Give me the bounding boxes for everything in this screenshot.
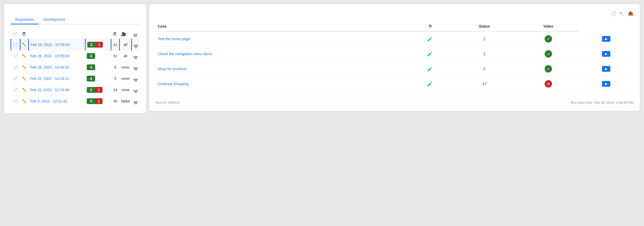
result-badge: 4	[85, 50, 111, 62]
run-tag: none	[120, 84, 131, 96]
case-name[interactable]: Check the navigation menu items	[156, 47, 409, 61]
case-name[interactable]: Continue shopping	[156, 76, 409, 91]
status-fail-icon: ✕	[545, 80, 552, 88]
flask-icon: 🧪	[409, 47, 451, 61]
result-badge: 4	[85, 73, 111, 84]
filter-icon[interactable]	[131, 50, 140, 62]
result-badge: 4	[85, 62, 111, 73]
flask-icon: 🧪	[409, 61, 451, 76]
run-count: 6	[111, 62, 120, 73]
col-clock: ⏱	[111, 29, 120, 39]
terminal-icon[interactable]: >_	[620, 11, 625, 16]
case-time: 17	[451, 76, 518, 91]
results-panel: 📄 >_ 📥 Case ⏱ Status Video Test the home…	[149, 4, 640, 111]
edit-icon[interactable]: ✏️	[20, 39, 29, 50]
video-header-icon: 🎥	[121, 32, 126, 36]
run-date[interactable]: Feb 28, 2022 · 15:58:00	[29, 39, 85, 50]
case-name[interactable]: Test the home page	[156, 31, 409, 47]
filter-icon[interactable]	[131, 62, 140, 73]
status-pass-icon: ✓	[545, 65, 552, 73]
clock-header-icon: ⏱	[113, 32, 117, 36]
run-start-time-text: Run start time: Feb 28, 2022, 3:58:00 PM	[571, 101, 633, 105]
col-run-start-time	[29, 29, 85, 39]
video-button[interactable]: ▶	[579, 61, 633, 76]
run-tag: failed	[120, 96, 131, 107]
filter-header-icon[interactable]	[133, 34, 138, 37]
result-badge: 31	[85, 84, 111, 96]
table-row[interactable]: 📄 ✏️ Feb 22, 2022 · 12:19:08 31 14 none	[11, 84, 140, 96]
tab-regression[interactable]: Regression	[11, 15, 39, 24]
results-table-row: Shop for products 🧪 5 ✓ ▶	[156, 61, 633, 76]
col-video: Video	[518, 22, 579, 31]
case-status: ✕	[518, 76, 579, 91]
edit-icon[interactable]: ✏️	[20, 73, 29, 84]
doc-icon[interactable]: 📄	[11, 84, 20, 96]
run-count: 41	[111, 39, 120, 50]
video-button[interactable]: ▶	[579, 31, 633, 47]
run-tag: none	[120, 62, 131, 73]
run-date[interactable]: Feb 9, 2022 · 12:31:41	[29, 96, 85, 107]
table-row[interactable]: 📄 ✏️ Feb 22, 2022 · 14:23:21 4 5 none	[11, 73, 140, 84]
results-table-row: Check the navigation menu items 🧪 2 ✓ ▶	[156, 47, 633, 61]
run-date[interactable]: Feb 28, 2022 · 15:46:52	[29, 62, 85, 73]
edit-icon[interactable]: ✏️	[20, 62, 29, 73]
col-edit: ⏱	[20, 29, 29, 39]
col-status: Status	[451, 22, 518, 31]
results-header-icons: 📄 >_ 📥	[611, 11, 633, 16]
run-date[interactable]: Feb 22, 2022 · 14:23:21	[29, 73, 85, 84]
results-header: 📄 >_ 📥	[156, 11, 633, 16]
flask-icon: 🧪	[409, 31, 451, 47]
download-icon[interactable]: 📥	[628, 11, 633, 16]
status-pass-icon: ✓	[545, 35, 552, 43]
case-status: ✓	[518, 31, 579, 47]
results-table-row: Test the home page 🧪 2 ✓ ▶	[156, 31, 633, 47]
doc-icon[interactable]: 📄	[11, 39, 20, 50]
doc-icon[interactable]: 📄	[11, 50, 20, 62]
case-time: 2	[451, 47, 518, 61]
clock-col-icon: ⏱	[428, 24, 432, 28]
run-count: 36	[111, 96, 120, 107]
run-count: 31	[111, 50, 120, 62]
results-table: Case ⏱ Status Video Test the home page 🧪…	[156, 22, 633, 91]
doc-icon[interactable]: 📄	[11, 62, 20, 73]
col-filter	[131, 29, 140, 39]
col-doc: 📄	[11, 29, 20, 39]
case-time: 5	[451, 61, 518, 76]
table-row[interactable]: 📄 ✏️ Feb 9, 2022 · 12:31:41 31 36 failed	[11, 96, 140, 107]
col-video: 🎥	[120, 29, 131, 39]
doc-icon[interactable]: 📄	[11, 96, 20, 107]
table-row[interactable]: 📄 ✏️ Feb 28, 2022 · 15:46:52 4 6 none	[11, 62, 140, 73]
tab-development[interactable]: Development	[39, 15, 70, 24]
filter-icon[interactable]	[131, 96, 140, 107]
filter-icon[interactable]	[131, 39, 140, 50]
doc-icon[interactable]: 📄	[11, 73, 20, 84]
file-icon[interactable]: 📄	[611, 11, 616, 16]
video-button[interactable]: ▶	[579, 47, 633, 61]
case-time: 2	[451, 31, 518, 47]
case-status: ✓	[518, 47, 579, 61]
result-badge: 31	[85, 96, 111, 107]
suite-runs-tabs: Regression Development	[11, 15, 140, 24]
edit-icon[interactable]: ✏️	[20, 84, 29, 96]
edit-icon[interactable]: ✏️	[20, 96, 29, 107]
run-count: 14	[111, 84, 120, 96]
suite-runs-panel: Regression Development 📄 ⏱ ⏱ 🎥	[4, 4, 146, 113]
table-row[interactable]: 📄 ✏️ Feb 28, 2022 · 15:55:23 4 31 all	[11, 50, 140, 62]
run-count: 5	[111, 73, 120, 84]
col-case: Case	[156, 22, 409, 31]
filter-icon[interactable]	[131, 73, 140, 84]
case-name[interactable]: Shop for products	[156, 61, 409, 76]
table-row[interactable]: 📄 ✏️ Feb 28, 2022 · 15:58:00 31 41 all	[11, 39, 140, 50]
run-tag: none	[120, 73, 131, 84]
video-button[interactable]: ▶	[579, 76, 633, 91]
result-badge: 31	[85, 39, 111, 50]
filter-icon[interactable]	[131, 84, 140, 96]
status-pass-icon: ✓	[545, 50, 552, 58]
col-results	[85, 29, 111, 39]
doc-header-icon: 📄	[13, 32, 18, 36]
run-date[interactable]: Feb 22, 2022 · 12:19:08	[29, 84, 85, 96]
edit-icon[interactable]: ✏️	[20, 50, 29, 62]
run-date[interactable]: Feb 28, 2022 · 15:55:23	[29, 50, 85, 62]
run-tag: all	[120, 50, 131, 62]
case-status: ✓	[518, 61, 579, 76]
